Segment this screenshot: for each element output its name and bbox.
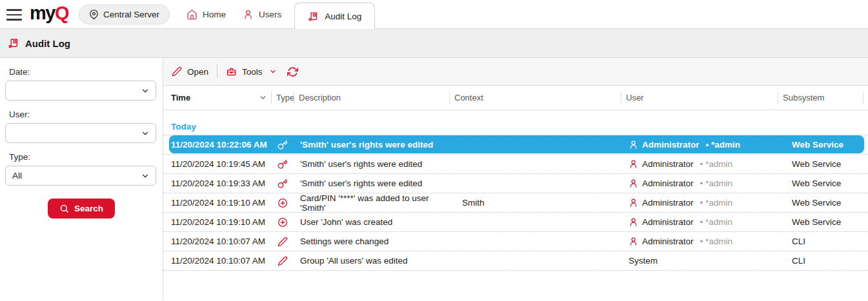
cell-subsystem: Web Service [778,155,863,173]
cell-context [449,251,621,270]
toolbox-icon [226,66,237,77]
cell-description: Card/PIN '****' was added to user 'Smith… [294,193,449,212]
key-icon [271,155,294,173]
filter-sidebar: Date: User: Type: All Search [0,58,163,300]
table-row[interactable]: 11/20/2024 10:10:07 AM Settings were cha… [163,232,868,251]
cell-time: 11/20/2024 10:10:07 AM [163,232,271,251]
cell-description: Settings were changed [294,232,449,251]
cell-time: 11/20/2024 10:10:07 AM [163,251,271,270]
add-icon [271,213,294,231]
edit-icon [172,66,182,77]
cell-subsystem: Web Service [778,213,863,231]
nav-item-home[interactable]: Home [187,9,226,20]
cell-description: 'Smith' user's rights were edited [294,135,449,154]
user-login: • *admin [706,140,741,150]
top-navbar: myQ Central Server Home Users Audit Log [0,0,868,29]
cell-context [449,174,621,193]
table-toolbar: Open Tools [163,58,868,86]
user-name: Administrator [642,198,694,208]
nav-item-users[interactable]: Users [243,9,281,20]
column-header-subsystem[interactable]: Subsystem [778,86,863,110]
table-row[interactable]: 11/20/2024 10:22:06 AM 'Smith' user's ri… [163,135,868,155]
user-name: Administrator [642,179,694,188]
server-pill-label: Central Server [103,10,159,19]
user-login: • *admin [700,237,733,246]
user-label: User: [9,110,163,119]
cell-context [449,213,621,231]
cell-description: 'Smith' user's rights were edited [294,174,449,193]
table-header: Time Type Description Context User Subsy… [163,86,868,110]
user-login: • *admin [700,159,733,169]
user-icon [629,217,638,227]
cell-context: Smith [449,193,621,212]
column-header-context[interactable]: Context [449,86,621,110]
table-row[interactable]: 11/20/2024 10:10:07 AM Group 'All users'… [163,251,868,271]
type-select[interactable]: All [5,166,156,186]
toolbar-divider [217,64,217,79]
cell-user: Administrator • *admin [621,155,778,173]
cell-time: 11/20/2024 10:19:10 AM [163,193,271,212]
table-row[interactable]: 11/20/2024 10:19:10 AM User 'John' was c… [163,213,868,232]
search-button-label: Search [74,204,103,213]
cell-context [449,155,621,173]
audit-log-panel: Open Tools Time Type Description Context [163,58,868,300]
column-header-type[interactable]: Type [271,86,294,110]
user-select[interactable] [5,123,156,143]
cell-subsystem: Web Service [778,135,863,154]
user-icon [629,179,638,188]
cell-context [449,232,621,251]
audit-log-icon [8,37,19,49]
open-button-label: Open [187,67,208,77]
user-name: Administrator [642,217,694,227]
nav-users-label: Users [259,10,281,19]
user-name: Administrator [642,237,694,246]
home-icon [187,9,197,20]
cell-subsystem: Web Service [778,174,863,193]
chevron-down-icon [141,86,150,95]
key-icon [271,174,294,193]
cell-user: Administrator • *admin [621,174,778,193]
central-server-button[interactable]: Central Server [79,5,170,24]
search-button[interactable]: Search [48,199,115,218]
cell-time: 11/20/2024 10:19:45 AM [163,155,271,173]
cell-description: Group 'All users' was edited [294,251,449,270]
logo-text: my [30,3,55,23]
table-row[interactable]: 11/20/2024 10:19:10 AM Card/PIN '****' w… [163,193,868,213]
refresh-icon[interactable] [287,66,298,77]
cell-user: Administrator • *admin [621,135,778,154]
open-button[interactable]: Open [172,66,208,77]
user-icon [629,237,638,246]
users-icon [243,9,254,20]
cell-description: User 'John' was created [294,213,449,231]
cell-subsystem: CLI [778,251,863,270]
key-icon [271,135,294,154]
location-pin-icon [89,10,99,19]
page-title-bar: Audit Log [0,29,868,58]
cell-user: Administrator • *admin [621,232,778,251]
tools-button[interactable]: Tools [226,66,277,77]
column-header-user[interactable]: User [621,86,778,110]
user-name: Administrator [642,159,694,169]
column-time-label: Time [171,93,190,102]
cell-time: 11/20/2024 10:19:33 AM [163,174,271,193]
tab-audit-log-label: Audit Log [325,12,361,21]
add-icon [271,193,294,212]
table-row[interactable]: 11/20/2024 10:19:33 AM 'Smith' user's ri… [163,174,868,193]
menu-icon[interactable] [6,9,22,21]
cell-time: 11/20/2024 10:19:10 AM [163,213,271,231]
myq-audit-log-app: myQ Central Server Home Users Audit Log … [0,0,868,301]
date-select[interactable] [5,81,156,101]
column-header-time[interactable]: Time [163,86,271,110]
type-select-value: All [12,171,22,180]
tab-audit-log[interactable]: Audit Log [294,3,375,29]
myq-logo[interactable]: myQ [30,4,68,25]
cell-user: Administrator • *admin [621,213,778,231]
column-header-description[interactable]: Description [294,86,449,110]
logo-q: Q [55,3,68,23]
date-label: Date: [9,67,163,77]
table-row[interactable]: 11/20/2024 10:19:45 AM 'Smith' user's ri… [163,155,868,174]
cell-context [449,135,621,154]
user-login: • *admin [700,198,733,208]
sort-chevron-icon[interactable] [259,93,267,102]
user-icon [629,159,638,169]
